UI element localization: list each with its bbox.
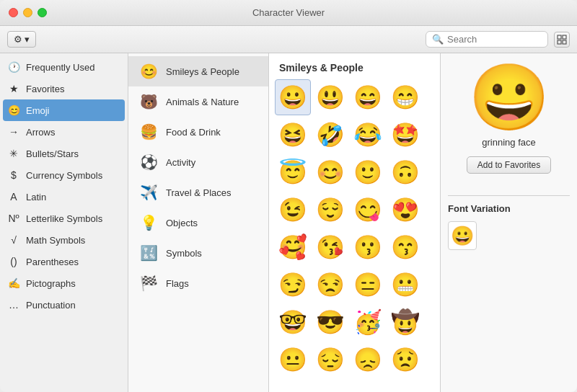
emoji-cell[interactable]: 🤩 [387, 117, 423, 153]
emoji-cell[interactable]: 😎 [312, 304, 348, 340]
left-sidebar: 🕐Frequently Used★Favorites😊Emoji→Arrows✳… [0, 53, 128, 392]
math-icon: √ [7, 234, 20, 246]
emoji-cell[interactable]: 😆 [275, 117, 311, 153]
minimize-button[interactable] [23, 8, 32, 17]
star-icon: ★ [7, 83, 20, 94]
gear-button[interactable]: ⚙ ▾ [7, 31, 36, 48]
emoji-cell[interactable]: 😒 [312, 267, 348, 303]
emoji-cell[interactable]: 😐 [275, 342, 311, 378]
emoji-cell[interactable]: 😙 [387, 229, 423, 265]
emoji-cell[interactable]: 😂 [350, 117, 386, 153]
activity-icon: ⚽ [138, 152, 159, 172]
sidebar-item-bullets-stars[interactable]: ✳Bullets/Stars [0, 143, 128, 164]
mid-item-symbols[interactable]: 🔣Symbols [128, 238, 268, 268]
font-variation-cell[interactable]: 😀 [448, 221, 477, 250]
sidebar-item-label: Pictographs [26, 278, 76, 289]
window-title: Character Viewer [252, 7, 325, 18]
emoji-panel-title: Smileys & People [275, 59, 434, 79]
sidebar-item-arrows[interactable]: →Arrows [0, 121, 128, 143]
search-box[interactable]: 🔍 [426, 31, 548, 48]
svg-rect-2 [558, 40, 561, 44]
emoji-cell[interactable]: 😄 [350, 79, 386, 115]
emoji-cell[interactable]: 😊 [312, 154, 348, 190]
emoji-cell[interactable]: 😗 [350, 229, 386, 265]
sidebar-item-punctuation[interactable]: …Punctuation [0, 294, 128, 316]
emoji-cell[interactable]: 😘 [312, 229, 348, 265]
emoji-cell[interactable]: 🤣 [312, 117, 348, 153]
sidebar-item-letterlike-symbols[interactable]: NºLetterlike Symbols [0, 208, 128, 229]
grid-view-button[interactable] [554, 32, 570, 48]
emoji-cell[interactable]: 😉 [275, 192, 311, 228]
mid-item-travel-places[interactable]: ✈️Travel & Places [128, 177, 268, 208]
emoji-cell[interactable]: 😍 [387, 192, 423, 228]
mid-item-smileys-people[interactable]: 😊Smileys & People [128, 56, 268, 86]
emoji-cell[interactable]: 😋 [350, 192, 386, 228]
emoji-cell[interactable]: 🙃 [387, 154, 423, 190]
sidebar-item-label: Math Symbols [26, 235, 85, 246]
mid-item-food-drink[interactable]: 🍔Food & Drink [128, 117, 268, 147]
mid-item-activity[interactable]: ⚽Activity [128, 147, 268, 177]
emoji-cell[interactable]: 😇 [275, 154, 311, 190]
punctuation-icon: … [7, 299, 20, 311]
sidebar-item-label: Bullets/Stars [26, 148, 79, 159]
emoji-cell[interactable]: 🤠 [387, 304, 423, 340]
emoji-cell[interactable]: 😞 [350, 342, 386, 378]
emoji-cell[interactable]: 🙂 [350, 154, 386, 190]
selected-emoji-display: 😀 [469, 65, 550, 130]
letterlike-icon: Nº [7, 213, 20, 224]
emoji-cell[interactable]: 😌 [312, 192, 348, 228]
selected-emoji-name: grinning face [482, 137, 535, 148]
emoji-icon: 😊 [7, 104, 20, 116]
mid-item-flags[interactable]: 🏁Flags [128, 268, 268, 298]
sidebar-item-favorites[interactable]: ★Favorites [0, 78, 128, 99]
mid-item-animals-nature[interactable]: 🐻Animals & Nature [128, 86, 268, 117]
sidebar-item-label: Letterlike Symbols [26, 213, 102, 224]
clock-icon: 🕐 [7, 61, 20, 73]
travel-places-icon: ✈️ [138, 182, 159, 202]
sidebar-item-label: Punctuation [26, 300, 76, 311]
sidebar-item-label: Favorites [26, 84, 64, 94]
emoji-grid: 😀😃😄😁😆🤣😂🤩😇😊🙂🙃😉😌😋😍🥰😘😗😙😏😒😑😬🤓😎🥳🤠😐😔😞😟 [275, 79, 434, 378]
emoji-cell[interactable]: 😀 [275, 79, 311, 115]
mid-item-label: Travel & Places [166, 187, 232, 198]
sidebar-item-parentheses[interactable]: ()Parentheses [0, 251, 128, 272]
close-button[interactable] [9, 8, 18, 17]
emoji-cell[interactable]: 😑 [350, 267, 386, 303]
animals-nature-icon: 🐻 [138, 92, 159, 112]
search-input[interactable] [447, 34, 542, 45]
add-to-favorites-button[interactable]: Add to Favorites [467, 156, 551, 174]
mid-item-label: Symbols [166, 248, 202, 259]
symbols-icon: 🔣 [138, 243, 159, 263]
sidebar-item-label: Parentheses [26, 257, 79, 267]
sidebar-item-pictographs[interactable]: ✍Pictographs [0, 272, 128, 294]
emoji-cell[interactable]: 😃 [312, 79, 348, 115]
mid-item-objects[interactable]: 💡Objects [128, 208, 268, 238]
emoji-cell[interactable]: 😔 [312, 342, 348, 378]
sidebar-item-math-symbols[interactable]: √Math Symbols [0, 229, 128, 251]
mid-item-label: Flags [166, 278, 189, 289]
window-controls [9, 8, 47, 17]
svg-rect-3 [563, 40, 566, 44]
mid-item-label: Activity [166, 157, 195, 168]
emoji-cell[interactable]: 🤓 [275, 304, 311, 340]
font-variation-grid: 😀 [448, 221, 477, 250]
emoji-cell[interactable]: 😏 [275, 267, 311, 303]
sidebar-item-label: Currency Symbols [26, 170, 102, 181]
mid-item-label: Smileys & People [166, 66, 239, 77]
sidebar-item-latin[interactable]: ALatin [0, 186, 128, 208]
sidebar-item-emoji[interactable]: 😊Emoji [3, 99, 125, 121]
objects-icon: 💡 [138, 213, 159, 233]
emoji-cell[interactable]: 🥰 [275, 229, 311, 265]
maximize-button[interactable] [38, 8, 47, 17]
mid-item-label: Animals & Nature [166, 97, 239, 107]
sidebar-item-frequently-used[interactable]: 🕐Frequently Used [0, 56, 128, 78]
latin-icon: A [7, 191, 20, 202]
dollar-icon: $ [7, 169, 20, 181]
sidebar-item-label: Frequently Used [26, 62, 94, 73]
emoji-cell[interactable]: 😟 [387, 342, 423, 378]
emoji-cell[interactable]: 😁 [387, 79, 423, 115]
sidebar-item-currency-symbols[interactable]: $Currency Symbols [0, 164, 128, 186]
flags-icon: 🏁 [138, 273, 159, 293]
emoji-cell[interactable]: 🥳 [350, 304, 386, 340]
emoji-cell[interactable]: 😬 [387, 267, 423, 303]
